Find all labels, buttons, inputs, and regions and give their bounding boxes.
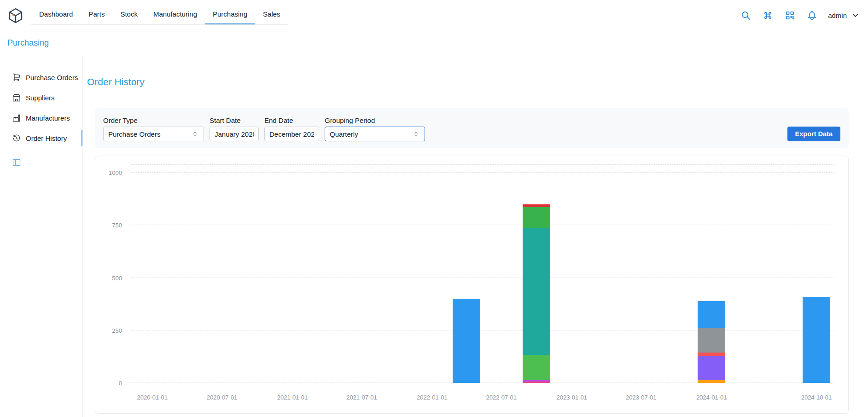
- command-icon[interactable]: [758, 6, 777, 25]
- x-tick-label: 2021-01-01: [277, 394, 308, 401]
- breadcrumb-purchasing[interactable]: Purchasing: [7, 38, 49, 48]
- factory-icon: [12, 113, 21, 122]
- gridline: [131, 164, 834, 165]
- search-icon[interactable]: [736, 6, 755, 25]
- bar-segment: [523, 207, 550, 228]
- top-navbar: Dashboard Parts Stock Manufacturing Purc…: [0, 0, 868, 31]
- gridline: [131, 225, 834, 225]
- x-axis-labels: 2020-01-012020-07-012021-01-012021-07-01…: [131, 394, 834, 402]
- y-axis-labels: 02505007501000: [95, 164, 127, 383]
- x-tick-label: 2022-07-01: [486, 394, 517, 401]
- chart-bar[interactable]: [453, 164, 480, 383]
- grouping-period-select[interactable]: Quarterly: [325, 127, 425, 141]
- gridline: [131, 382, 834, 383]
- x-tick-label: 2023-07-01: [626, 394, 657, 401]
- export-data-button[interactable]: Export Data: [787, 127, 840, 141]
- select-chevrons-icon: [191, 130, 199, 138]
- order-type-value: Purchase Orders: [108, 130, 160, 138]
- y-tick-label: 0: [119, 380, 122, 387]
- username: admin: [828, 12, 847, 19]
- sidebar-item-purchase-orders[interactable]: Purchase Orders: [0, 67, 82, 87]
- grouping-period-value: Quarterly: [330, 130, 358, 138]
- tab-sales[interactable]: Sales: [255, 4, 288, 24]
- x-tick-label: 2024-01-01: [696, 394, 727, 401]
- tab-dashboard[interactable]: Dashboard: [31, 4, 81, 24]
- sidebar-item-label: Purchase Orders: [26, 74, 78, 81]
- nav-tabs: Dashboard Parts Stock Manufacturing Purc…: [31, 4, 288, 25]
- app-logo[interactable]: [7, 7, 24, 24]
- y-tick-label: 750: [112, 222, 122, 229]
- end-date-label: End Date: [264, 116, 319, 124]
- bar-segment: [803, 297, 830, 383]
- filter-panel: Order Type Purchase Orders Start Date: [95, 108, 849, 148]
- sidebar-item-manufacturers[interactable]: Manufacturers: [0, 108, 82, 128]
- sidebar-item-label: Suppliers: [26, 94, 55, 102]
- user-menu[interactable]: admin: [828, 11, 860, 20]
- tab-parts[interactable]: Parts: [81, 4, 112, 24]
- sidebar-item-suppliers[interactable]: Suppliers: [0, 87, 82, 108]
- bar-segment: [523, 382, 550, 383]
- order-type-select[interactable]: Purchase Orders: [103, 127, 204, 141]
- shopping-cart-icon: [12, 73, 21, 82]
- bar-segment: [698, 353, 725, 356]
- sidebar-item-label: Order History: [26, 134, 67, 142]
- bar-segment: [698, 380, 725, 383]
- gridline: [131, 172, 834, 173]
- bar-segment: [698, 301, 725, 328]
- x-tick-label: 2020-01-01: [137, 394, 168, 401]
- content-area: Order History Order Type Purchase Orders: [82, 55, 868, 417]
- divider: [87, 95, 857, 95]
- sidebar-item-order-history[interactable]: Order History: [0, 128, 82, 148]
- breadcrumb-bar: Purchasing: [0, 31, 868, 55]
- chart-plot: [131, 164, 834, 383]
- tab-purchasing[interactable]: Purchasing: [205, 4, 255, 24]
- y-tick-label: 1000: [109, 169, 122, 176]
- order-type-label: Order Type: [103, 116, 204, 124]
- history-icon: [12, 133, 21, 143]
- x-tick-label: 2022-01-01: [417, 394, 448, 401]
- start-date-input[interactable]: [210, 127, 259, 141]
- tab-stock[interactable]: Stock: [112, 4, 146, 24]
- y-tick-label: 250: [112, 327, 122, 334]
- select-chevrons-icon: [412, 130, 420, 138]
- collapse-sidebar-icon[interactable]: [12, 157, 22, 168]
- building-store-icon: [12, 93, 21, 102]
- gridline: [131, 278, 834, 278]
- tab-manufacturing[interactable]: Manufacturing: [146, 4, 205, 24]
- chart-card: 02505007501000 2020-01-012020-07-012021-…: [95, 156, 849, 414]
- x-tick-label: 2024-10-01: [801, 394, 832, 401]
- grouping-period-label: Grouping Period: [325, 116, 425, 124]
- qr-scan-icon[interactable]: [780, 6, 799, 25]
- bar-segment: [698, 328, 725, 352]
- x-tick-label: 2021-07-01: [346, 394, 377, 401]
- x-tick-label: 2020-07-01: [207, 394, 238, 401]
- notifications-icon[interactable]: [802, 6, 821, 25]
- chart-bar[interactable]: [803, 164, 830, 383]
- bar-segment: [453, 299, 480, 383]
- chevron-down-icon: [851, 11, 860, 20]
- bar-segment: [523, 355, 550, 380]
- sidebar-item-label: Manufacturers: [26, 114, 70, 122]
- bar-segment: [523, 228, 550, 355]
- x-tick-label: 2023-01-01: [557, 394, 588, 401]
- chart-bar[interactable]: [698, 164, 725, 383]
- end-date-input[interactable]: [264, 127, 319, 141]
- start-date-label: Start Date: [210, 116, 259, 124]
- sidebar: Purchase Orders Suppliers Manufacturers: [0, 55, 82, 417]
- y-tick-label: 500: [112, 274, 122, 281]
- gridline: [131, 330, 834, 330]
- chart-bar[interactable]: [523, 164, 550, 383]
- page-title: Order History: [87, 76, 868, 87]
- bar-segment: [698, 356, 725, 380]
